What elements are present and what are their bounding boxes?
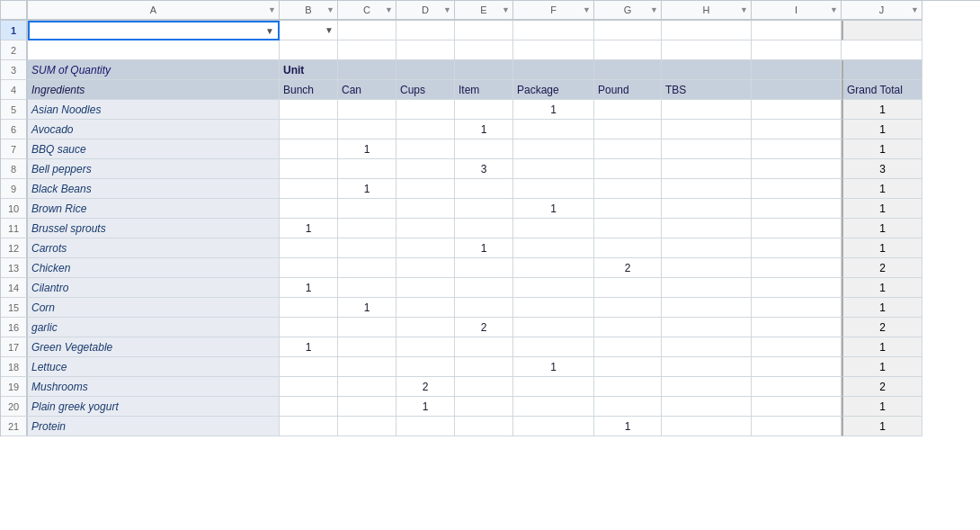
cell-13-G[interactable]: 2 — [594, 258, 662, 278]
cell-17-C[interactable] — [338, 337, 396, 357]
cell-6-B[interactable] — [280, 120, 338, 139]
cell-6-G[interactable] — [594, 120, 662, 139]
cell-10-D[interactable] — [396, 199, 455, 219]
col-header-F[interactable]: F▼ — [513, 1, 594, 21]
cell-21-G[interactable]: 1 — [594, 417, 662, 436]
cell-8-J[interactable]: 3 — [842, 159, 922, 179]
cell-17-D[interactable] — [396, 337, 455, 357]
cell-7-I[interactable] — [752, 139, 842, 159]
cell-13-C[interactable] — [338, 258, 396, 278]
cell-13-E[interactable] — [455, 258, 513, 278]
cell-16-F[interactable] — [513, 318, 594, 337]
cell-7-G[interactable] — [594, 139, 662, 159]
cell-8-G[interactable] — [594, 159, 662, 179]
cell-10-G[interactable] — [594, 199, 662, 219]
cell-10-C[interactable] — [338, 199, 396, 219]
cell-10-H[interactable] — [662, 199, 752, 219]
cell-8-H[interactable] — [662, 159, 752, 179]
cell-14-F[interactable] — [513, 278, 594, 298]
cell-3-B[interactable]: Unit — [280, 60, 338, 80]
cell-9-E[interactable] — [455, 179, 513, 199]
col-header-B[interactable]: B▼ — [280, 1, 338, 21]
cell-16-C[interactable] — [338, 318, 396, 337]
cell-19-G[interactable] — [594, 377, 662, 397]
cell-18-E[interactable] — [455, 357, 513, 377]
cell-7-H[interactable] — [662, 139, 752, 159]
col-filter-icon-D[interactable]: ▼ — [443, 5, 451, 14]
cell-3-E[interactable] — [455, 60, 513, 80]
cell-20-B[interactable] — [280, 397, 338, 417]
cell-17-J[interactable]: 1 — [842, 337, 922, 357]
cell-2-D[interactable] — [396, 40, 455, 60]
cell-14-C[interactable] — [338, 278, 396, 298]
cell-filter-icon[interactable]: ▼ — [265, 26, 274, 36]
cell-15-I[interactable] — [752, 298, 842, 318]
cell-9-A[interactable]: Black Beans — [28, 179, 280, 199]
cell-8-E[interactable]: 3 — [455, 159, 513, 179]
cell-19-J[interactable]: 2 — [842, 377, 922, 397]
cell-18-F[interactable]: 1 — [513, 357, 594, 377]
cell-5-H[interactable] — [662, 100, 752, 120]
cell-16-A[interactable]: garlic — [28, 318, 280, 337]
cell-15-C[interactable]: 1 — [338, 298, 396, 318]
cell-20-E[interactable] — [455, 397, 513, 417]
cell-4-H[interactable]: TBS — [662, 80, 752, 100]
cell-14-B[interactable]: 1 — [280, 278, 338, 298]
cell-2-F[interactable] — [513, 40, 594, 60]
cell-3-I[interactable] — [752, 60, 842, 80]
cell-8-C[interactable] — [338, 159, 396, 179]
cell-17-H[interactable] — [662, 337, 752, 357]
cell-19-H[interactable] — [662, 377, 752, 397]
cell-19-C[interactable] — [338, 377, 396, 397]
cell-5-I[interactable] — [752, 100, 842, 120]
cell-15-G[interactable] — [594, 298, 662, 318]
cell-9-G[interactable] — [594, 179, 662, 199]
cell-2-I[interactable] — [752, 40, 842, 60]
cell-8-B[interactable] — [280, 159, 338, 179]
cell-20-D[interactable]: 1 — [396, 397, 455, 417]
cell-3-D[interactable] — [396, 60, 455, 80]
cell-17-G[interactable] — [594, 337, 662, 357]
cell-8-A[interactable]: Bell peppers — [28, 159, 280, 179]
cell-5-C[interactable] — [338, 100, 396, 120]
cell-21-C[interactable] — [338, 417, 396, 436]
cell-12-C[interactable] — [338, 238, 396, 258]
cell-18-D[interactable] — [396, 357, 455, 377]
cell-7-C[interactable]: 1 — [338, 139, 396, 159]
cell-18-G[interactable] — [594, 357, 662, 377]
cell-15-B[interactable] — [280, 298, 338, 318]
cell-21-J[interactable]: 1 — [842, 417, 922, 436]
cell-6-A[interactable]: Avocado — [28, 120, 280, 139]
cell-15-D[interactable] — [396, 298, 455, 318]
cell-4-B[interactable]: Bunch — [280, 80, 338, 100]
cell-16-D[interactable] — [396, 318, 455, 337]
cell-10-J[interactable]: 1 — [842, 199, 922, 219]
cell-9-C[interactable]: 1 — [338, 179, 396, 199]
cell-1-I[interactable] — [752, 21, 842, 40]
cell-13-A[interactable]: Chicken — [28, 258, 280, 278]
cell-18-B[interactable] — [280, 357, 338, 377]
cell-9-D[interactable] — [396, 179, 455, 199]
cell-10-F[interactable]: 1 — [513, 199, 594, 219]
cell-3-H[interactable] — [662, 60, 752, 80]
cell-21-E[interactable] — [455, 417, 513, 436]
col-filter-icon-A[interactable]: ▼ — [268, 5, 276, 14]
cell-11-A[interactable]: Brussel sprouts — [28, 219, 280, 238]
col-filter-icon-I[interactable]: ▼ — [830, 5, 838, 14]
cell-16-I[interactable] — [752, 318, 842, 337]
cell-17-A[interactable]: Green Vegetable — [28, 337, 280, 357]
cell-3-J[interactable] — [842, 60, 922, 80]
cell-19-F[interactable] — [513, 377, 594, 397]
cell-6-E[interactable]: 1 — [455, 120, 513, 139]
cell-18-A[interactable]: Lettuce — [28, 357, 280, 377]
col-header-A[interactable]: A▼ — [28, 1, 280, 21]
cell-9-J[interactable]: 1 — [842, 179, 922, 199]
cell-1-H[interactable] — [662, 21, 752, 40]
cell-19-E[interactable] — [455, 377, 513, 397]
cell-12-H[interactable] — [662, 238, 752, 258]
cell-12-F[interactable] — [513, 238, 594, 258]
cell-2-H[interactable] — [662, 40, 752, 60]
cell-4-G[interactable]: Pound — [594, 80, 662, 100]
cell-16-H[interactable] — [662, 318, 752, 337]
cell-1-E[interactable] — [455, 21, 513, 40]
